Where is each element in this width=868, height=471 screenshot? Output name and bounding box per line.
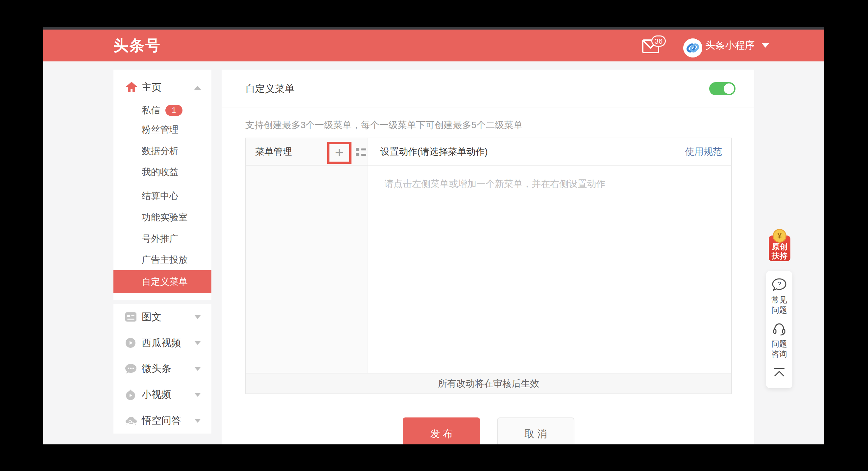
toggle-knob [723, 83, 735, 95]
set-action-header: 设置动作(请选择菜单动作) 使用规范 [368, 138, 732, 166]
question-bubble-icon: ? [772, 278, 786, 292]
sidebar-item-label: 西瓜视频 [142, 336, 181, 350]
sidebar-item-settlement-center[interactable]: 结算中心 [114, 187, 211, 205]
original-support-label: 原创扶持 [769, 242, 790, 261]
screenshot-frame: 头条号 36 [0, 0, 868, 471]
sidebar-item-label: 我的收益 [142, 163, 179, 181]
faq-label: 常见问题 [771, 295, 788, 315]
app-window: 头条号 36 [43, 27, 824, 444]
coin-icon: ¥ [773, 229, 786, 243]
sidebar-content-sections: 图文 西瓜视频 [114, 304, 211, 434]
chevron-up-icon[interactable] [194, 86, 201, 90]
svg-text:?: ? [777, 280, 781, 288]
sidebar-item-feature-lab[interactable]: 功能实验室 [114, 208, 211, 227]
action-placeholder-text: 请点击左侧菜单或增加一个新菜单，并在右侧设置动作 [384, 178, 605, 190]
sidebar-item-home[interactable]: 主页 [114, 77, 211, 97]
sidebar-item-label: 功能实验室 [142, 208, 188, 227]
sidebar-item-label: 私信 [142, 101, 160, 120]
chevron-down-icon [762, 43, 769, 47]
panel-footer: 所有改动将在审核后生效 [246, 373, 731, 394]
consult-button[interactable]: 问题咨询 [771, 322, 788, 359]
sidebar-item-fans-management[interactable]: 粉丝管理 [114, 121, 211, 139]
sidebar-item-label: 号外推广 [142, 230, 179, 248]
to-top-icon [772, 368, 786, 378]
sidebar-item-label: 数据分析 [142, 142, 179, 160]
article-card-icon [125, 312, 136, 322]
sidebar-item-data-analysis[interactable]: 数据分析 [114, 142, 211, 160]
menu-editor-panel: 菜单管理 + 设置动作(请选择菜单动作) 使用规范 [245, 138, 732, 394]
sidebar-item-articles[interactable]: 图文 [114, 304, 211, 330]
menu-list-column [246, 166, 368, 374]
sidebar-item-label: 广告主投放 [142, 250, 188, 269]
sidebar-item-label: 小视频 [142, 388, 171, 401]
home-icon [125, 81, 138, 93]
chevron-down-icon[interactable] [194, 367, 201, 371]
sidebar-item-label: 粉丝管理 [142, 121, 179, 139]
menu-limit-description: 支持创建最多3个一级菜单，每个一级菜单下可创建最多5个二级菜单 [245, 119, 522, 131]
faq-button[interactable]: ? 常见问题 [771, 278, 788, 315]
account-name: 头条小程序 [705, 39, 754, 52]
sidebar-item-custom-menu-active[interactable]: 自定义菜单 [114, 270, 211, 293]
sidebar-item-short-video[interactable]: 小视频 [114, 382, 211, 408]
chevron-down-icon[interactable] [194, 393, 201, 397]
usage-guideline-link[interactable]: 使用规范 [685, 138, 722, 166]
consult-label: 问题咨询 [771, 339, 788, 359]
publish-button[interactable]: 发 布 [403, 417, 480, 444]
sidebar-item-label: 结算中心 [142, 187, 179, 205]
window-top-strip [43, 27, 824, 30]
chevron-down-icon[interactable] [194, 341, 201, 345]
set-action-label: 设置动作(请选择菜单动作) [380, 138, 488, 166]
sidebar-item-label: 主页 [142, 77, 161, 97]
help-float-panel: ? 常见问题 问题咨询 [766, 271, 793, 388]
scroll-to-top-button[interactable] [772, 368, 786, 378]
headset-icon [772, 322, 786, 336]
short-video-icon [125, 390, 136, 400]
sidebar-item-xigua-video[interactable]: 西瓜视频 [114, 330, 211, 356]
sidebar-item-weitoutiao[interactable]: 微头条 [114, 356, 211, 382]
avatar[interactable] [683, 38, 702, 58]
mail-badge: 36 [651, 35, 666, 47]
app-header: 头条号 36 [43, 30, 824, 61]
page-title: 自定义菜单 [245, 70, 294, 107]
sidebar-item-wukong-qa[interactable]: 悟空问答 [114, 408, 211, 434]
plus-icon: + [335, 145, 344, 160]
unread-count-badge: 1 [165, 105, 183, 116]
cancel-button[interactable]: 取 消 [497, 417, 575, 444]
add-menu-button-with-click-annotation[interactable]: + [327, 142, 351, 164]
sidebar-item-label: 自定义菜单 [142, 270, 188, 293]
sidebar-item-advertiser-delivery[interactable]: 广告主投放 [114, 250, 211, 269]
sidebar-item-my-earnings[interactable]: 我的收益 [114, 163, 211, 181]
sort-menu-icon[interactable] [356, 148, 366, 156]
microblog-bubble-icon [125, 364, 136, 374]
review-note: 所有改动将在审核后生效 [438, 377, 539, 390]
miniprogram-logo-icon [683, 38, 702, 58]
sidebar-item-label: 图文 [142, 310, 161, 324]
wukong-qa-icon [125, 416, 137, 426]
menu-management-label: 菜单管理 [255, 138, 292, 166]
account-menu[interactable]: 头条小程序 [705, 30, 769, 61]
action-button-row: 发 布 取 消 [245, 417, 732, 444]
card-title-bar: 自定义菜单 [222, 70, 754, 107]
custom-menu-toggle-on[interactable] [709, 82, 736, 95]
sidebar-item-private-messages[interactable]: 私信 1 [114, 101, 211, 120]
sidebar-item-label: 微头条 [142, 362, 171, 375]
app-logo[interactable]: 头条号 [114, 30, 161, 61]
custom-menu-card: 自定义菜单 支持创建最多3个一级菜单，每个一级菜单下可创建最多5个二级菜单 菜单… [222, 70, 754, 444]
mail-button[interactable]: 36 [642, 39, 672, 59]
original-support-badge[interactable]: ¥ 原创扶持 [769, 229, 790, 261]
chevron-down-icon[interactable] [194, 315, 201, 319]
sidebar-home-section: 主页 私信 1 粉丝管理 数据分析 我的收益 结算中心 功能实验室 [114, 70, 211, 300]
sidebar-item-haowai-promotion[interactable]: 号外推广 [114, 230, 211, 248]
chevron-down-icon[interactable] [194, 419, 201, 423]
sidebar-item-label: 悟空问答 [142, 414, 181, 427]
xigua-video-icon [125, 338, 136, 348]
